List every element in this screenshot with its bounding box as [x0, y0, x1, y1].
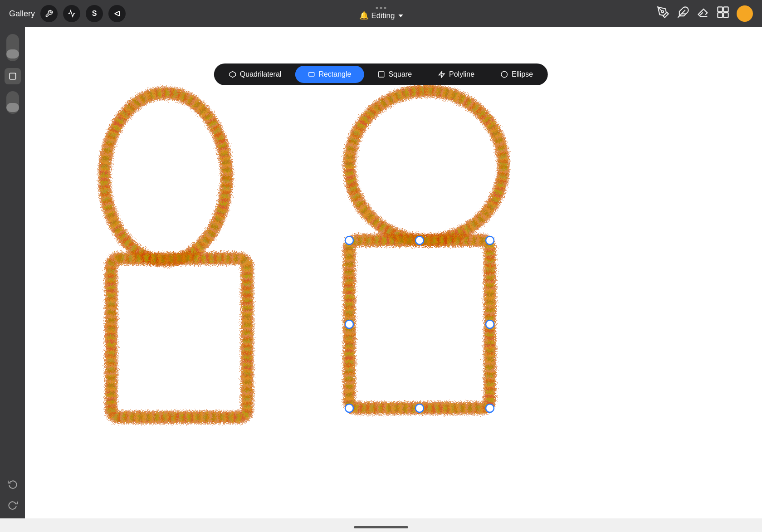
svg-rect-32: [349, 240, 490, 408]
svg-point-16: [104, 93, 227, 261]
svg-rect-33: [349, 240, 490, 408]
control-point-br[interactable]: [486, 404, 494, 412]
eraser-tool-button[interactable]: [697, 6, 709, 21]
three-dots: [376, 7, 386, 9]
svg-rect-29: [111, 259, 247, 417]
control-point-bl[interactable]: [345, 404, 353, 412]
left-sidebar: [0, 27, 25, 518]
home-indicator: [354, 526, 408, 528]
undo-button[interactable]: [5, 476, 21, 492]
tab-quadrilateral[interactable]: Quadrilateral: [216, 66, 294, 83]
svg-point-23: [349, 91, 503, 240]
editing-text: Editing: [371, 11, 395, 20]
control-point-tm[interactable]: [415, 236, 424, 244]
top-bar: Gallery S 🔔: [0, 0, 762, 27]
top-bar-left: Gallery S: [9, 5, 126, 22]
shape-icon: [9, 72, 17, 80]
svg-rect-8: [718, 13, 723, 17]
svg-point-24: [349, 91, 503, 240]
svg-point-3: [662, 11, 664, 13]
svg-point-15: [104, 93, 227, 261]
control-point-bm[interactable]: [415, 404, 424, 412]
rectangle-icon: [308, 71, 315, 78]
svg-rect-27: [111, 259, 247, 417]
gallery-button[interactable]: Gallery: [9, 9, 35, 19]
magic-icon: [68, 10, 76, 18]
svg-marker-10: [230, 71, 235, 77]
svg-point-20: [349, 91, 503, 240]
tab-square[interactable]: Square: [365, 66, 425, 83]
layers-tool-button[interactable]: [717, 6, 729, 21]
svg-rect-6: [718, 7, 723, 11]
svg-rect-7: [723, 7, 728, 11]
svg-rect-12: [378, 72, 384, 77]
arrow-button[interactable]: [108, 5, 126, 22]
control-point-ml[interactable]: [345, 320, 353, 328]
arrow-icon: [113, 10, 121, 18]
svg-point-22: [349, 91, 503, 240]
undo-icon: [8, 479, 18, 489]
svg-point-18: [104, 93, 227, 261]
editing-label[interactable]: 🔔 Editing: [359, 11, 403, 20]
svg-rect-11: [308, 73, 314, 76]
svg-point-17: [104, 93, 227, 261]
svg-rect-30: [349, 240, 490, 408]
tab-ellipse[interactable]: Ellipse: [488, 66, 546, 83]
control-point-mr[interactable]: [486, 320, 494, 328]
canvas-content: [25, 27, 762, 518]
svg-line-0: [115, 11, 120, 14]
polyline-icon: [438, 71, 445, 78]
svg-point-19: [104, 93, 227, 261]
tab-rectangle[interactable]: Rectangle: [295, 66, 364, 83]
top-bar-center: 🔔 Editing: [359, 7, 403, 20]
svg-rect-25: [111, 259, 247, 417]
editing-icon: 🔔: [359, 11, 369, 20]
magic-button[interactable]: [63, 5, 80, 22]
ink-tool-button[interactable]: [677, 6, 689, 21]
opacity-slider[interactable]: [5, 91, 21, 114]
wrench-icon: [45, 10, 53, 18]
redo-icon: [8, 500, 18, 510]
quadrilateral-icon: [229, 71, 236, 78]
wrench-button[interactable]: [40, 5, 58, 22]
svg-rect-31: [349, 240, 490, 408]
shape-ellipse-1[interactable]: [104, 93, 227, 261]
brush-size-slider[interactable]: [5, 34, 21, 61]
svg-point-21: [349, 91, 503, 240]
top-bar-right: [657, 5, 753, 22]
svg-point-13: [501, 71, 507, 77]
pen-tool-button[interactable]: [657, 6, 669, 21]
shape-ellipse-2[interactable]: [349, 91, 503, 240]
svg-rect-14: [10, 73, 16, 79]
shape-rect-1[interactable]: [111, 259, 247, 417]
control-point-tr[interactable]: [486, 236, 494, 244]
svg-rect-26: [111, 259, 247, 417]
canvas-area[interactable]: [25, 27, 762, 518]
svg-rect-28: [111, 259, 247, 417]
ellipse-icon: [501, 71, 508, 78]
s-label: S: [92, 10, 97, 18]
chevron-down-icon: [398, 15, 403, 17]
control-point-tl[interactable]: [345, 236, 353, 244]
svg-rect-34: [349, 240, 490, 408]
canvas-svg: [25, 27, 762, 518]
avatar-button[interactable]: [737, 5, 753, 22]
shape-rect-2-selected[interactable]: [349, 240, 490, 408]
shape-selector-bar: Quadrilateral Rectangle Square Polyline …: [214, 63, 548, 85]
square-icon: [377, 71, 385, 78]
redo-button[interactable]: [5, 497, 21, 513]
svg-rect-9: [723, 13, 728, 17]
tab-polyline[interactable]: Polyline: [425, 66, 487, 83]
s-button[interactable]: S: [86, 5, 103, 22]
svg-line-2: [115, 14, 120, 16]
shape-tool-button[interactable]: [5, 68, 21, 84]
